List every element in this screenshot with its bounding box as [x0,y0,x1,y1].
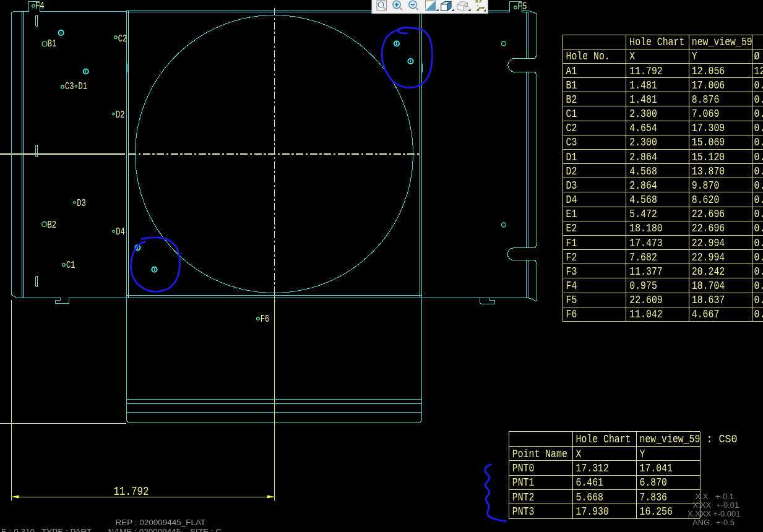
svg-text:Y: Y [692,49,697,63]
svg-text:1.481: 1.481 [629,93,657,106]
svg-text:0.: 0. [754,93,763,106]
svg-text:0.: 0. [754,221,763,235]
svg-text:C2: C2 [566,121,577,135]
svg-text:17.309: 17.309 [692,121,725,135]
svg-text:17.006: 17.006 [692,79,725,92]
svg-text:B1: B1 [48,38,57,49]
svg-text:F6: F6 [566,307,577,321]
svg-text:4.568: 4.568 [629,193,657,207]
svg-text:16.256: 16.256 [640,505,673,518]
svg-text:D3: D3 [566,179,577,192]
svg-text:4.568: 4.568 [629,165,657,178]
svg-text:X.X: X.X [696,492,709,501]
svg-text:X.XX: X.XX [693,500,712,510]
svg-text:9.870: 9.870 [692,179,720,192]
svg-text:B1: B1 [566,79,577,92]
svg-text:0.: 0. [754,193,763,207]
svg-text:Ø: Ø [754,49,760,63]
svg-text:0.: 0. [754,279,763,293]
svg-text:PNT2: PNT2 [512,491,535,504]
svg-text:2.300: 2.300 [629,107,657,121]
svg-text:13.870: 13.870 [692,165,725,178]
svg-text:0.: 0. [754,150,763,164]
svg-text:18.637: 18.637 [692,293,725,307]
svg-text:0.: 0. [754,179,763,192]
svg-text:15.120: 15.120 [692,150,725,164]
svg-text:Point Name: Point Name [512,447,567,461]
svg-text:0.: 0. [754,135,763,149]
svg-text:11.792: 11.792 [629,64,662,78]
svg-text:18.704: 18.704 [692,279,725,293]
svg-text:F5: F5 [518,1,527,12]
svg-text:C3: C3 [65,80,74,92]
svg-text:0.: 0. [754,307,763,321]
svg-text:0.: 0. [754,251,763,264]
svg-text:11.042: 11.042 [629,307,662,321]
svg-text:C1: C1 [566,107,577,121]
svg-text:SIZE : C: SIZE : C [190,527,222,532]
svg-text:D2: D2 [116,109,125,121]
svg-text:ANG.: ANG. [692,518,712,527]
svg-text:15.069: 15.069 [692,135,725,149]
svg-text:8.620: 8.620 [692,193,720,207]
svg-text:C1: C1 [66,259,75,271]
svg-text:new_view_59: new_view_59 [640,432,700,446]
svg-text:22.994: 22.994 [692,236,725,250]
svg-text:D3: D3 [77,197,86,209]
svg-text:11.792: 11.792 [114,484,149,499]
svg-text:17.041: 17.041 [640,461,673,475]
svg-text:B2: B2 [566,93,577,106]
svg-text:E1: E1 [566,207,577,221]
svg-text:4.654: 4.654 [629,121,657,135]
svg-text:Hole Chart: Hole Chart [629,35,684,49]
svg-text:Hole No.: Hole No. [566,49,610,63]
svg-text:F4: F4 [35,0,45,12]
svg-text:X.XXX: X.XXX [688,509,712,518]
svg-text:+-0.5: +-0.5 [716,518,735,527]
svg-text:C2: C2 [118,33,127,45]
svg-text:22.696: 22.696 [692,207,725,221]
svg-text:D2: D2 [566,165,577,178]
svg-text:+-0.001: +-0.001 [713,509,740,518]
svg-text:B2: B2 [48,219,57,231]
svg-text:6.870: 6.870 [640,476,668,489]
svg-text:17.473: 17.473 [629,236,662,250]
svg-text:new_view_59: new_view_59 [692,35,752,49]
svg-text:22.609: 22.609 [629,293,662,307]
svg-text:0.: 0. [754,236,763,250]
svg-text:TYPE : PART: TYPE : PART [41,527,92,532]
svg-text:X: X [629,49,635,63]
svg-text:0.: 0. [754,121,763,135]
svg-text:PNT3: PNT3 [512,505,535,518]
svg-text:F6: F6 [261,313,270,325]
svg-text:Hole Chart: Hole Chart [576,432,631,446]
svg-text:2.864: 2.864 [629,150,657,164]
svg-text:6.461: 6.461 [576,476,604,489]
svg-text:F4: F4 [566,279,577,293]
svg-text:7.069: 7.069 [692,107,720,121]
svg-text:22.696: 22.696 [692,221,725,235]
svg-text:22.994: 22.994 [692,251,725,264]
svg-text:0.975: 0.975 [629,279,657,293]
svg-text:0.: 0. [754,207,763,221]
svg-text:12.: 12. [754,64,763,78]
svg-text:0.: 0. [754,293,763,307]
svg-text:F1: F1 [566,236,577,250]
svg-text:F5: F5 [566,293,577,307]
svg-text:D4: D4 [566,193,577,207]
svg-text:2.864: 2.864 [629,179,657,192]
svg-text:12.056: 12.056 [692,64,725,78]
svg-text:5.472: 5.472 [629,207,657,221]
svg-text:0.: 0. [754,165,763,178]
svg-text:1.481: 1.481 [629,79,657,92]
svg-text:7.682: 7.682 [629,251,657,264]
svg-text:PNT1: PNT1 [512,476,535,489]
svg-text:+-0.1: +-0.1 [715,492,734,501]
svg-text:C3: C3 [566,135,577,149]
svg-text:NAME : 020009445_: NAME : 020009445_ [108,527,186,532]
svg-text:D4: D4 [116,226,125,238]
svg-text:F3: F3 [566,265,577,278]
svg-text:5.668: 5.668 [576,491,604,504]
svg-text:11.377: 11.377 [629,265,662,278]
svg-text:E : 0.310: E : 0.310 [1,527,35,532]
